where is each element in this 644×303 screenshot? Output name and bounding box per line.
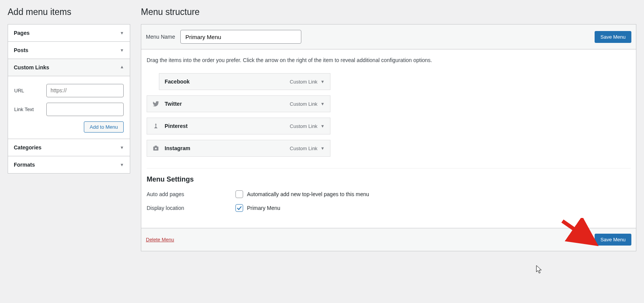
chevron-down-icon: ▼ <box>120 48 124 52</box>
delete-menu-link[interactable]: Delete Menu <box>146 237 174 242</box>
url-label: URL <box>14 88 46 93</box>
url-input[interactable] <box>46 84 124 97</box>
instructions-text: Drag the items into the order you prefer… <box>147 57 631 63</box>
chevron-down-icon: ▼ <box>320 124 325 128</box>
link-text-label: Link Text <box>14 106 46 112</box>
accordion-categories-label: Categories <box>14 144 41 151</box>
menu-item-pinterest[interactable]: Pinterest Custom Link ▼ <box>147 118 330 134</box>
chevron-down-icon: ▼ <box>120 145 124 150</box>
accordion-pages-label: Pages <box>14 30 29 36</box>
chevron-down-icon: ▼ <box>320 146 325 151</box>
menu-name-label: Menu Name <box>146 34 175 40</box>
svg-rect-2 <box>155 146 157 147</box>
menu-settings-heading: Menu Settings <box>147 175 631 183</box>
pin-icon <box>152 123 161 129</box>
accordion-formats-label: Formats <box>14 162 35 168</box>
display-location-option: Primary Menu <box>247 205 280 211</box>
menu-name-input[interactable] <box>180 30 301 44</box>
menu-item-type: Custom Link <box>290 123 317 129</box>
menu-item-type: Custom Link <box>290 146 317 151</box>
link-text-input[interactable] <box>46 103 124 116</box>
menu-structure-heading: Menu structure <box>141 7 636 17</box>
menu-item-title: Pinterest <box>165 123 188 129</box>
accordion-pages[interactable]: Pages ▼ <box>8 25 130 41</box>
add-to-menu-button[interactable]: Add to Menu <box>84 121 124 133</box>
accordion-custom-links[interactable]: Custom Links ▼ <box>8 59 130 76</box>
accordion-posts[interactable]: Posts ▼ <box>8 42 130 59</box>
accordion-posts-label: Posts <box>14 47 28 53</box>
camera-icon <box>152 145 161 152</box>
menu-item-type: Custom Link <box>290 101 317 107</box>
auto-add-pages-option: Automatically add new top-level pages to… <box>247 191 369 197</box>
chevron-up-icon: ▼ <box>120 65 124 70</box>
menu-item-title: Twitter <box>165 101 182 107</box>
display-location-label: Display location <box>147 205 235 211</box>
chevron-down-icon: ▼ <box>120 31 124 35</box>
display-location-checkbox[interactable] <box>235 204 243 212</box>
svg-point-1 <box>155 148 157 150</box>
save-menu-button-top[interactable]: Save Menu <box>595 31 631 43</box>
add-menu-items-heading: Add menu items <box>8 7 130 17</box>
add-menu-items-accordion: Pages ▼ Posts ▼ Custom Links ▼ <box>8 24 130 174</box>
menu-item-title: Instagram <box>165 145 190 151</box>
menu-item-type: Custom Link <box>290 79 317 85</box>
save-menu-button-bottom[interactable]: Save Menu <box>595 234 631 246</box>
accordion-categories[interactable]: Categories ▼ <box>8 139 130 156</box>
chevron-down-icon: ▼ <box>120 162 124 167</box>
menu-item-title: Facebook <box>165 79 190 85</box>
twitter-icon <box>152 100 161 107</box>
accordion-custom-links-label: Custom Links <box>14 64 49 70</box>
auto-add-pages-label: Auto add pages <box>147 191 235 197</box>
accordion-formats[interactable]: Formats ▼ <box>8 156 130 173</box>
menu-item-twitter[interactable]: Twitter Custom Link ▼ <box>147 95 330 112</box>
menu-item-facebook[interactable]: Facebook Custom Link ▼ <box>159 73 330 90</box>
menu-item-instagram[interactable]: Instagram Custom Link ▼ <box>147 140 330 157</box>
auto-add-pages-checkbox[interactable] <box>235 190 243 198</box>
chevron-down-icon: ▼ <box>320 79 325 84</box>
chevron-down-icon: ▼ <box>320 102 325 106</box>
